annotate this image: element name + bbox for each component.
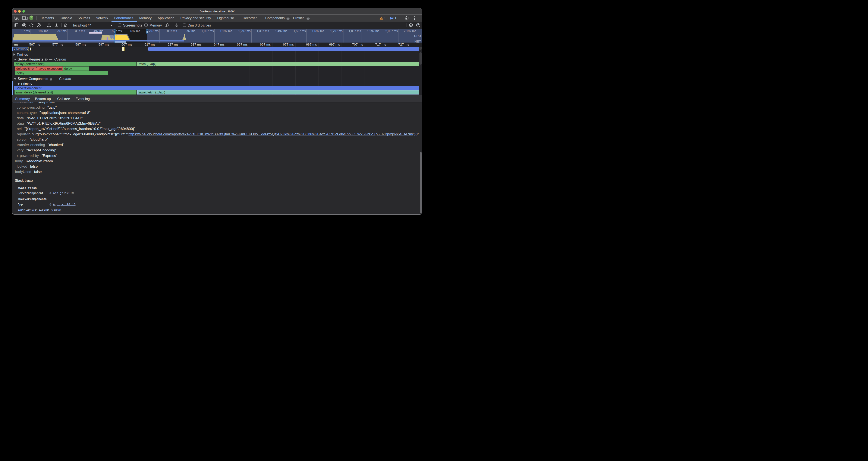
- svg-text:?: ?: [417, 24, 419, 27]
